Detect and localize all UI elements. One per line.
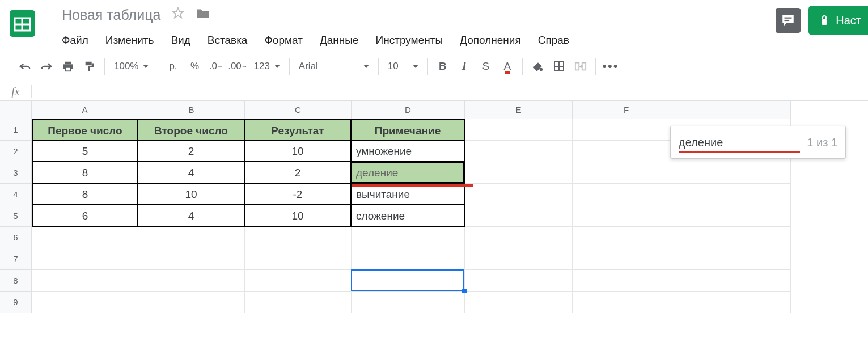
cell[interactable] bbox=[138, 292, 245, 313]
cell[interactable] bbox=[573, 162, 680, 184]
cell[interactable]: 8 bbox=[32, 184, 138, 205]
menu-view[interactable]: Вид bbox=[162, 34, 198, 47]
cell[interactable] bbox=[245, 248, 352, 270]
cell[interactable] bbox=[680, 184, 791, 205]
currency-button[interactable]: р. bbox=[163, 56, 183, 77]
fill-color-button[interactable] bbox=[527, 56, 548, 77]
redo-button[interactable] bbox=[36, 56, 57, 77]
print-button[interactable] bbox=[58, 56, 78, 77]
cell[interactable] bbox=[465, 227, 573, 248]
cell[interactable] bbox=[352, 248, 465, 270]
borders-button[interactable] bbox=[549, 56, 569, 77]
cell[interactable] bbox=[465, 270, 573, 292]
cell[interactable] bbox=[573, 119, 680, 141]
cell[interactable] bbox=[680, 248, 791, 270]
cell[interactable]: умножение bbox=[352, 141, 465, 162]
cell[interactable]: Первое число bbox=[32, 119, 138, 141]
menu-tools[interactable]: Инструменты bbox=[367, 34, 451, 47]
col-header-B[interactable]: B bbox=[138, 101, 245, 119]
row-header-5[interactable]: 5 bbox=[0, 205, 32, 227]
cell[interactable]: Примечание bbox=[352, 119, 465, 141]
cell[interactable]: 4 bbox=[138, 162, 245, 184]
formula-input[interactable] bbox=[32, 82, 868, 100]
col-header-C[interactable]: C bbox=[245, 101, 352, 119]
row-header-9[interactable]: 9 bbox=[0, 292, 32, 313]
cell[interactable] bbox=[32, 292, 138, 313]
cell[interactable] bbox=[465, 184, 573, 205]
strikethrough-button[interactable]: S bbox=[476, 56, 496, 77]
cell[interactable]: 8 bbox=[32, 162, 138, 184]
cell[interactable]: 2 bbox=[138, 141, 245, 162]
cell[interactable] bbox=[245, 227, 352, 248]
col-header-G[interactable] bbox=[680, 101, 791, 119]
col-header-F[interactable]: F bbox=[573, 101, 680, 119]
col-header-D[interactable]: D bbox=[352, 101, 465, 119]
menu-data[interactable]: Данные bbox=[311, 34, 367, 47]
cell[interactable] bbox=[138, 227, 245, 248]
text-color-button[interactable]: A bbox=[497, 56, 518, 77]
cell[interactable]: 2 bbox=[245, 162, 352, 184]
cell[interactable] bbox=[138, 270, 245, 292]
cell[interactable] bbox=[573, 227, 680, 248]
cell[interactable] bbox=[245, 292, 352, 313]
cell[interactable] bbox=[352, 270, 465, 292]
settings-button[interactable]: Наст bbox=[808, 6, 868, 35]
italic-button[interactable]: I bbox=[454, 56, 475, 77]
cell[interactable] bbox=[680, 270, 791, 292]
font-dropdown[interactable]: Arial bbox=[294, 56, 374, 77]
cell[interactable] bbox=[465, 292, 573, 313]
cell[interactable] bbox=[573, 205, 680, 227]
menu-insert[interactable]: Вставка bbox=[199, 34, 256, 47]
cell[interactable] bbox=[680, 205, 791, 227]
cell[interactable]: вычитание bbox=[352, 184, 465, 205]
increase-decimals-button[interactable]: .00→ bbox=[227, 56, 248, 77]
cell[interactable]: 10 bbox=[245, 141, 352, 162]
menu-edit[interactable]: Изменить bbox=[97, 34, 163, 47]
cell[interactable] bbox=[573, 184, 680, 205]
row-header-3[interactable]: 3 bbox=[0, 162, 32, 184]
paint-format-button[interactable] bbox=[79, 56, 100, 77]
number-format-dropdown[interactable]: 123 bbox=[249, 56, 284, 77]
comments-button[interactable] bbox=[776, 8, 801, 33]
menu-file[interactable]: Файл bbox=[62, 34, 97, 47]
cell[interactable]: 10 bbox=[138, 184, 245, 205]
cell[interactable] bbox=[680, 292, 791, 313]
bold-button[interactable]: B bbox=[433, 56, 453, 77]
more-button[interactable]: ••• bbox=[600, 56, 621, 77]
cell[interactable] bbox=[352, 227, 465, 248]
row-header-1[interactable]: 1 bbox=[0, 119, 32, 141]
cell[interactable] bbox=[32, 248, 138, 270]
row-header-6[interactable]: 6 bbox=[0, 227, 32, 248]
cell[interactable] bbox=[465, 205, 573, 227]
cell[interactable]: 5 bbox=[32, 141, 138, 162]
row-header-8[interactable]: 8 bbox=[0, 270, 32, 292]
cell[interactable] bbox=[245, 270, 352, 292]
folder-icon[interactable] bbox=[196, 7, 210, 23]
sheets-logo[interactable] bbox=[7, 8, 38, 39]
cell[interactable] bbox=[465, 162, 573, 184]
row-header-4[interactable]: 4 bbox=[0, 184, 32, 205]
menu-help[interactable]: Справ bbox=[530, 34, 578, 47]
cell[interactable] bbox=[138, 248, 245, 270]
cell[interactable]: 10 bbox=[245, 205, 352, 227]
cell[interactable] bbox=[465, 119, 573, 141]
undo-button[interactable] bbox=[15, 56, 35, 77]
cell[interactable]: сложение bbox=[352, 205, 465, 227]
cell[interactable]: деление bbox=[352, 162, 465, 184]
cell[interactable] bbox=[352, 292, 465, 313]
cell[interactable]: 4 bbox=[138, 205, 245, 227]
col-header-E[interactable]: E bbox=[465, 101, 573, 119]
star-icon[interactable] bbox=[172, 7, 184, 23]
cell[interactable] bbox=[680, 162, 791, 184]
cell[interactable] bbox=[573, 270, 680, 292]
decrease-decimals-button[interactable]: .0← bbox=[206, 56, 226, 77]
cell[interactable] bbox=[465, 141, 573, 162]
row-header-2[interactable]: 2 bbox=[0, 141, 32, 162]
menu-format[interactable]: Формат bbox=[256, 34, 311, 47]
cell[interactable] bbox=[32, 227, 138, 248]
menu-addons[interactable]: Дополнения bbox=[451, 34, 530, 47]
cell[interactable]: Второе число bbox=[138, 119, 245, 141]
cell[interactable] bbox=[573, 292, 680, 313]
cell[interactable] bbox=[465, 248, 573, 270]
col-header-A[interactable]: A bbox=[32, 101, 138, 119]
